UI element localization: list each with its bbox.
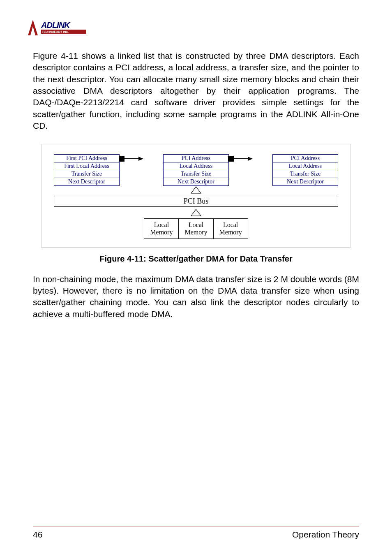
descriptor-block-3: PCI Address Local Address Transfer Size … — [272, 154, 338, 186]
paragraph-2: In non-chaining mode, the maximum DMA da… — [33, 273, 359, 320]
descriptor-block-2: PCI Address Local Address Transfer Size … — [163, 154, 229, 186]
svg-marker-6 — [138, 157, 143, 161]
pci-bus-label: PCI Bus — [54, 196, 338, 207]
desc-cell: PCI Address — [163, 154, 229, 162]
mem-line: Memory — [150, 229, 173, 236]
svg-rect-4 — [119, 156, 125, 162]
section-title: Operation Theory — [292, 530, 359, 540]
desc-cell: Local Address — [272, 162, 338, 170]
svg-rect-7 — [228, 156, 234, 162]
memory-cell-1: Local Memory — [144, 218, 179, 239]
mem-line: Local — [154, 221, 169, 228]
desc-cell: Transfer Size — [54, 170, 120, 178]
mem-line: Memory — [219, 229, 242, 236]
desc-cell: First Local Address — [54, 162, 120, 170]
desc-cell: PCI Address — [272, 154, 338, 162]
desc-cell: Next Descriptor — [163, 178, 229, 186]
paragraph-1: Figure 4-11 shows a linked list that is … — [33, 50, 359, 132]
adlink-logo: ADLINK TECHNOLOGY INC. — [25, 16, 359, 40]
desc-cell: Transfer Size — [272, 170, 338, 178]
page-number: 46 — [33, 530, 42, 540]
memory-cell-2: Local Memory — [179, 218, 213, 239]
desc-cell: First PCI Address — [54, 154, 120, 162]
arrow-right-icon — [228, 156, 253, 162]
arrow-right-icon — [119, 156, 143, 162]
memory-cell-3: Local Memory — [214, 218, 248, 239]
svg-marker-10 — [191, 187, 201, 193]
svg-text:ADLINK: ADLINK — [41, 21, 71, 30]
descriptor-block-1: First PCI Address First Local Address Tr… — [54, 154, 120, 186]
triangle-up-icon — [54, 186, 338, 194]
svg-text:TECHNOLOGY INC.: TECHNOLOGY INC. — [42, 30, 69, 33]
mem-line: Local — [189, 221, 203, 228]
svg-point-0 — [32, 23, 34, 25]
page-footer: 46 Operation Theory — [33, 526, 359, 540]
desc-cell: Local Address — [163, 162, 229, 170]
svg-marker-9 — [248, 157, 253, 161]
mem-line: Memory — [184, 229, 207, 236]
triangle-up-icon — [54, 208, 338, 217]
mem-line: Local — [223, 221, 238, 228]
desc-cell: Next Descriptor — [54, 178, 120, 186]
desc-cell: Next Descriptor — [272, 178, 338, 186]
figure-diagram: First PCI Address First Local Address Tr… — [41, 144, 351, 247]
svg-marker-11 — [191, 209, 201, 216]
figure-caption: Figure 4-11: Scatter/gather DMA for Data… — [33, 254, 359, 264]
desc-cell: Transfer Size — [163, 170, 229, 178]
